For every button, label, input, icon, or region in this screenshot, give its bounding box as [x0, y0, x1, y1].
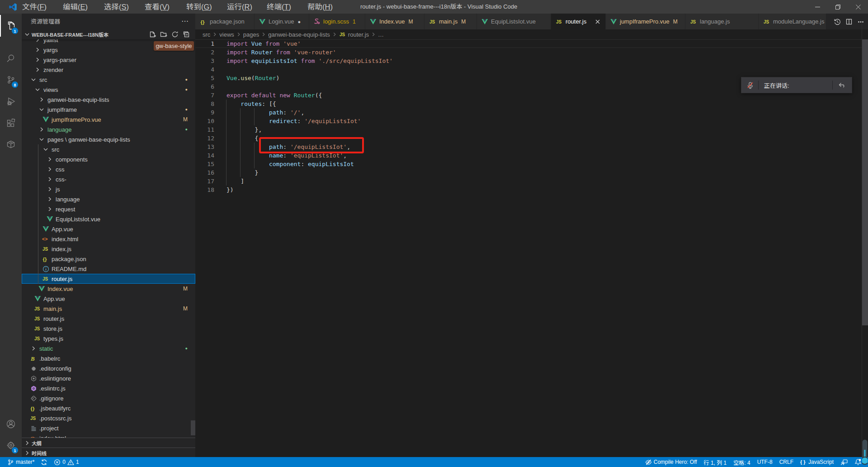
tree-folder-language[interactable]: language: [22, 194, 195, 204]
refresh-icon[interactable]: [171, 31, 179, 38]
menu-item-5[interactable]: 运行(R): [227, 0, 252, 14]
tab-jumpiframepro.vue[interactable]: jumpIframePro.vueM: [606, 14, 685, 29]
new-file-icon[interactable]: [149, 31, 156, 38]
activity-explorer[interactable]: 1: [0, 15, 22, 37]
tab-login.vue[interactable]: Login.vue●: [255, 14, 309, 29]
menu-item-3[interactable]: 查看(V): [145, 0, 170, 14]
breadcrumb-item[interactable]: JSrouter.js: [339, 31, 369, 38]
tree-folder-static[interactable]: static●: [22, 343, 195, 353]
tree-folder-src[interactable]: src: [22, 144, 195, 154]
mic-muted-icon[interactable]: [746, 81, 754, 89]
tab-language.js[interactable]: JSlanguage.js: [685, 14, 759, 29]
tree-file-router.js[interactable]: JSrouter.js: [22, 274, 195, 284]
activity-account[interactable]: [0, 413, 22, 435]
project-root-row[interactable]: WEBUI-BASE-FRAME---I18N版本: [22, 29, 195, 39]
breadcrumb-item[interactable]: …: [378, 31, 384, 38]
menu-item-7[interactable]: 帮助(H): [307, 0, 333, 14]
sidebar-more-actions[interactable]: ⋯: [181, 14, 189, 29]
tab-main.js[interactable]: JSmain.jsM: [425, 14, 477, 29]
undo-icon[interactable]: [838, 81, 846, 89]
tree-file-.eslintrc.js[interactable]: .eslintrc.js: [22, 383, 195, 393]
tree-folder-zrender[interactable]: zrender: [22, 65, 195, 75]
tree-file-router.js[interactable]: JSrouter.js: [22, 314, 195, 324]
tab-index.vue[interactable]: Index.vueM: [365, 14, 425, 29]
sidebar-scrollbar[interactable]: [191, 420, 195, 435]
activity-package-explorer[interactable]: [0, 133, 22, 155]
ellipsis-icon[interactable]: [857, 18, 864, 25]
status-sync[interactable]: [38, 457, 50, 467]
split-editor-icon[interactable]: [845, 18, 853, 25]
breadcrumb-item[interactable]: pages: [243, 31, 259, 38]
history-icon[interactable]: [834, 18, 841, 25]
status-feedback[interactable]: [838, 457, 850, 467]
editor-scrollbar[interactable]: [862, 39, 868, 325]
tab-package.json[interactable]: {}package.json: [195, 14, 255, 29]
menu-item-1[interactable]: 编辑(E): [63, 0, 88, 14]
activity-source-control[interactable]: 8: [0, 69, 22, 91]
tree-folder-src[interactable]: src●: [22, 75, 195, 85]
tree-folder-views[interactable]: views●: [22, 85, 195, 95]
tree-file-.babelrc[interactable]: B.babelrc: [22, 353, 195, 363]
breadcrumb-item[interactable]: src: [203, 31, 210, 38]
tree-file-app.vue[interactable]: App.vue: [22, 294, 195, 304]
tree-folder-css[interactable]: css: [22, 164, 195, 174]
tree-file-app.vue[interactable]: App.vue: [22, 224, 195, 234]
code-editor[interactable]: 1import Vue from 'vue'2import Router fro…: [195, 39, 862, 457]
activity-settings[interactable]: 1: [0, 434, 22, 456]
tree-file-.postcssrc.js[interactable]: JS.postcssrc.js: [22, 413, 195, 423]
tree-file-.eslintignore[interactable]: .eslintignore: [22, 373, 195, 383]
status-language-mode[interactable]: { }JavaScript: [797, 457, 836, 467]
breadcrumb-item[interactable]: ganwei-base-equip-lists: [268, 31, 330, 38]
new-folder-icon[interactable]: [160, 31, 167, 38]
tree-folder-jumpiframe[interactable]: jumpIframe●: [22, 105, 195, 114]
close-window-button[interactable]: [848, 0, 868, 14]
status-eol[interactable]: CRLF: [777, 457, 796, 467]
tab-modulelanguage.js[interactable]: JSmoduleLanguage.js: [759, 14, 826, 29]
tree-file-.gitignore[interactable]: .gitignore: [22, 393, 195, 403]
status-encoding[interactable]: UTF-8: [755, 457, 775, 467]
tree-file-equiplistsiot.vue[interactable]: EquipListsIot.vue: [22, 214, 195, 224]
collapse-all-icon[interactable]: [183, 31, 190, 38]
outline-section-header[interactable]: 大纲: [22, 438, 195, 448]
tree-folder-ganwei-base-equip-lists[interactable]: ganwei-base-equip-lists: [22, 95, 195, 105]
tree-file-index.js[interactable]: JSindex.js: [22, 244, 195, 254]
activity-extensions[interactable]: [0, 112, 22, 134]
restore-button[interactable]: [828, 0, 848, 14]
status-compile-hero[interactable]: Compile Hero: Off: [642, 457, 700, 467]
menu-item-6[interactable]: 终端(T): [267, 0, 291, 14]
tree-folder-language[interactable]: language●: [22, 124, 195, 134]
tree-file-main.js[interactable]: JSmain.jsM: [22, 304, 195, 314]
close-tab-icon[interactable]: [590, 19, 601, 25]
status-indentation[interactable]: 空格: 4: [731, 457, 753, 467]
status-branch[interactable]: master*: [5, 457, 37, 467]
tree-file-.editorconfig[interactable]: .editorconfig: [22, 363, 195, 373]
timeline-section-header[interactable]: 时间线: [22, 448, 195, 457]
tree-folder-js[interactable]: js: [22, 184, 195, 194]
menu-item-4[interactable]: 转到(G): [186, 0, 212, 14]
tree-folder-css-[interactable]: css-: [22, 174, 195, 184]
tree-file-index.vue[interactable]: Index.vueM: [22, 284, 195, 294]
tree-folder-request[interactable]: request: [22, 204, 195, 214]
tree-file-jumpiframepro.vue[interactable]: jumpIframePro.vueM: [22, 114, 195, 124]
tree-file-.project[interactable]: .project: [22, 423, 195, 433]
tree-file-readme.md[interactable]: README.md: [22, 264, 195, 274]
activity-search[interactable]: [0, 48, 22, 69]
menu-item-2[interactable]: 选择(S): [104, 0, 129, 14]
tree-folder-pages-ganwei-base-equip-lists[interactable]: pages \ ganwei-base-equip-lists: [22, 134, 195, 144]
tree-file-index.html[interactable]: <>index.html: [22, 234, 195, 244]
status-problems[interactable]: 01: [51, 457, 81, 467]
activity-run-debug[interactable]: [0, 91, 22, 112]
status-cursor-position[interactable]: 行 1, 列 1: [701, 457, 730, 467]
menu-item-0[interactable]: 文件(F): [22, 0, 47, 14]
tab-equiplistsiot.vue[interactable]: EquipListsIot.vue: [477, 14, 551, 29]
tree-file-store.js[interactable]: JSstore.js: [22, 324, 195, 334]
tree-file-package.json[interactable]: {}package.json: [22, 254, 195, 264]
breadcrumb-item[interactable]: views: [219, 31, 234, 38]
tab-login.scss[interactable]: login.scss1: [309, 14, 365, 29]
tree-folder-components[interactable]: components: [22, 154, 195, 164]
minimize-button[interactable]: [807, 0, 828, 14]
tree-file-types.js[interactable]: JStypes.js: [22, 334, 195, 343]
tab-router.js[interactable]: JSrouter.js: [551, 14, 606, 29]
tree-folder-yargs-parser[interactable]: yargs-parser: [22, 55, 195, 65]
tree-file-.jsbeautifyrc[interactable]: {}.jsbeautifyrc: [22, 403, 195, 413]
